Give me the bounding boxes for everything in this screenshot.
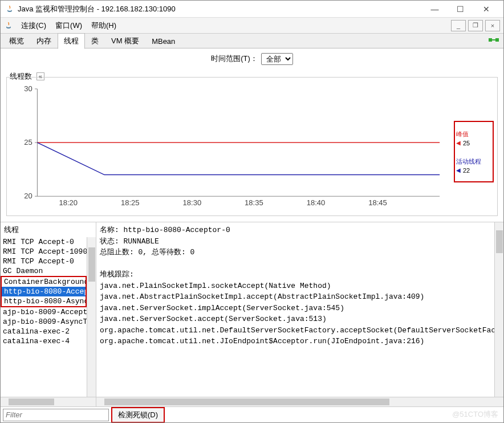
- svg-text:18:25: 18:25: [121, 200, 140, 207]
- window-title: Java 监视和管理控制台 - 192.168.182.130:1090: [18, 4, 422, 14]
- tab-vm-summary[interactable]: VM 概要: [105, 33, 145, 48]
- thread-row[interactable]: ContainerBackgroundPro: [1, 276, 87, 287]
- legend-peak: 峰值 ◀25: [456, 130, 491, 147]
- detail-waited-value: 0: [190, 248, 195, 257]
- detail-waited-label: 总等待数:: [147, 248, 186, 257]
- svg-text:25: 25: [24, 139, 32, 147]
- svg-text:20: 20: [24, 193, 32, 200]
- time-range-select[interactable]: 全部: [261, 53, 293, 65]
- detail-state-value: RUNNABLE: [124, 237, 159, 246]
- watermark: @51CTO博客: [452, 409, 498, 420]
- detect-deadlock-button[interactable]: 检测死锁(D): [111, 407, 165, 423]
- menu-window[interactable]: 窗口(W): [51, 19, 87, 32]
- svg-text:18:30: 18:30: [183, 200, 202, 207]
- legend-live-value: 22: [463, 167, 470, 174]
- thread-row[interactable]: RMI TCP Accept-1090: [1, 247, 87, 257]
- legend-peak-label: 峰值: [456, 130, 491, 139]
- connection-status-icon: [489, 36, 499, 45]
- stack-label: 堆栈跟踪:: [100, 269, 500, 280]
- close-button[interactable]: ✕: [473, 1, 499, 17]
- svg-rect-2: [491, 39, 496, 40]
- filter-input[interactable]: [3, 409, 109, 421]
- legend-live-label: 活动线程: [456, 157, 491, 166]
- svg-text:18:45: 18:45: [368, 200, 387, 207]
- svg-text:18:40: 18:40: [307, 200, 326, 207]
- menubar: 连接(C) 窗口(W) 帮助(H) _ ❐ ×: [1, 18, 503, 34]
- thread-row[interactable]: ajp-bio-8009-Acceptor-: [1, 307, 87, 317]
- stack-line: java.net.ServerSocket.accept(ServerSocke…: [100, 314, 500, 325]
- detail-blocked-label: 总阻止数:: [100, 248, 134, 257]
- thread-row[interactable]: RMI TCP Accept-0: [1, 257, 87, 266]
- chart-area: 20253018:2018:2518:3018:3518:4018:45: [13, 83, 446, 210]
- svg-text:30: 30: [24, 85, 32, 92]
- left-arrow-icon: ◀: [456, 140, 461, 146]
- content-area: 时间范围(T)： 全部 线程数 « 20253018:2018:2518:301…: [1, 48, 503, 422]
- main-window: Java 监视和管理控制台 - 192.168.182.130:1090 — ☐…: [0, 0, 504, 423]
- titlebar: Java 监视和管理控制台 - 192.168.182.130:1090 — ☐…: [1, 1, 503, 18]
- thread-list[interactable]: RMI TCP Accept-0RMI TCP Accept-1090RMI T…: [1, 237, 96, 397]
- left-arrow-icon: ◀: [456, 167, 461, 173]
- thread-row[interactable]: http-bio-8080-Acceptor: [1, 287, 87, 296]
- tabbar: 概览 内存 线程 类 VM 概要 MBean: [1, 34, 503, 48]
- detail-name-value: http-bio-8080-Acceptor-0: [124, 226, 230, 234]
- thread-row[interactable]: GC Daemon: [1, 266, 87, 276]
- chart-box: 20253018:2018:2518:3018:3518:4018:45 峰值 …: [6, 77, 498, 216]
- thread-row[interactable]: catalina-exec-4: [1, 336, 87, 346]
- detail-state-label: 状态:: [100, 237, 119, 246]
- stack-line: org.apache.tomcat.util.net.DefaultServer…: [100, 325, 500, 336]
- java-icon: [5, 5, 14, 14]
- java-icon: [4, 21, 13, 30]
- tab-mbean[interactable]: MBean: [145, 34, 181, 48]
- stack-line: org.apache.tomcat.util.net.JIoEndpoint$A…: [100, 336, 500, 347]
- thread-list-vscroll[interactable]: [87, 237, 96, 397]
- detail-blocked-value: 0,: [139, 248, 148, 257]
- tab-overview[interactable]: 概览: [3, 33, 30, 48]
- mdi-restore-button[interactable]: ❐: [468, 20, 483, 31]
- bottom-bar: 检测死锁(D): [1, 406, 503, 422]
- window-controls: — ☐ ✕: [422, 1, 499, 17]
- thread-row[interactable]: http-bio-8080-AsyncTim: [1, 296, 87, 307]
- svg-text:18:20: 18:20: [59, 200, 78, 207]
- menu-connect[interactable]: 连接(C): [17, 19, 51, 32]
- time-range-row: 时间范围(T)： 全部: [1, 48, 503, 69]
- thread-row[interactable]: catalina-exec-2: [1, 327, 87, 336]
- detail-name-label: 名称:: [100, 226, 119, 234]
- tab-memory[interactable]: 内存: [30, 33, 58, 48]
- menu-help[interactable]: 帮助(H): [87, 19, 121, 32]
- maximize-button[interactable]: ☐: [448, 1, 473, 17]
- minimize-button[interactable]: —: [422, 1, 448, 17]
- detail-hscroll[interactable]: [96, 397, 503, 406]
- stack-line: java.net.AbstractPlainSocketImpl.accept(…: [100, 291, 500, 303]
- chart-panel: 线程数 « 20253018:2018:2518:3018:3518:4018:…: [6, 71, 498, 216]
- legend-live: 活动线程 ◀22: [456, 157, 491, 174]
- mdi-controls: _ ❐ ×: [451, 20, 500, 31]
- thread-list-label: 线程: [1, 222, 96, 237]
- bottom-panel: 线程 RMI TCP Accept-0RMI TCP Accept-1090RM…: [1, 222, 503, 422]
- time-range-label: 时间范围(T)：: [211, 54, 258, 64]
- mdi-minimize-button[interactable]: _: [451, 20, 466, 31]
- detail-vscroll[interactable]: [494, 222, 503, 397]
- thread-list-hscroll[interactable]: [1, 397, 96, 406]
- stack-line: java.net.ServerSocket.implAccept(ServerS…: [100, 303, 500, 314]
- thread-row[interactable]: ajp-bio-8009-AsyncTime: [1, 317, 87, 327]
- thread-detail-panel: 名称: http-bio-8080-Acceptor-0 状态: RUNNABL…: [96, 222, 503, 406]
- svg-text:18:35: 18:35: [245, 200, 263, 207]
- thread-list-panel: 线程 RMI TCP Accept-0RMI TCP Accept-1090RM…: [1, 222, 96, 406]
- thread-detail-content: 名称: http-bio-8080-Acceptor-0 状态: RUNNABL…: [96, 222, 503, 397]
- legend-peak-value: 25: [463, 140, 470, 147]
- mdi-close-button[interactable]: ×: [485, 20, 500, 31]
- tab-threads[interactable]: 线程: [58, 33, 85, 49]
- chart-legend: 峰值 ◀25 活动线程 ◀22: [454, 121, 494, 182]
- bottom-main: 线程 RMI TCP Accept-0RMI TCP Accept-1090RM…: [1, 222, 503, 406]
- stack-line: java.net.PlainSocketImpl.socketAccept(Na…: [100, 280, 500, 292]
- tab-classes[interactable]: 类: [85, 33, 105, 48]
- thread-row[interactable]: RMI TCP Accept-0: [1, 237, 87, 247]
